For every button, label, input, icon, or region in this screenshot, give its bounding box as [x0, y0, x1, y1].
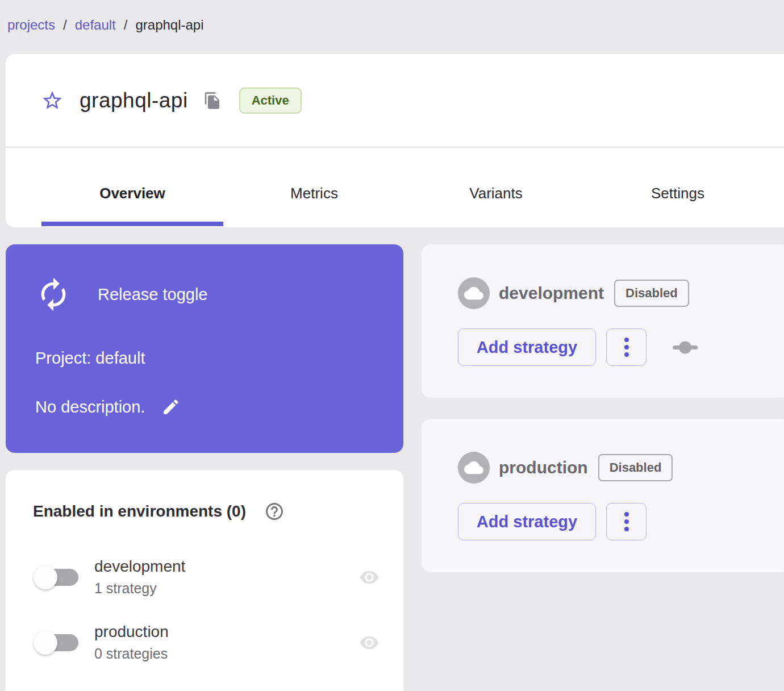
environment-card-header: development Disabled [458, 277, 689, 309]
environment-status-badge: Disabled [598, 454, 673, 481]
environment-status-badge: Disabled [614, 280, 689, 307]
breadcrumb-link-projects[interactable]: projects [7, 17, 55, 33]
kebab-dot [624, 519, 629, 524]
feature-header-card: graphql-api Active Overview Metrics Vari… [6, 54, 784, 227]
eye-icon [356, 632, 383, 653]
description-text: No description. [35, 398, 145, 417]
cloud-icon [464, 284, 483, 303]
add-strategy-button[interactable]: Add strategy [458, 503, 596, 540]
environment-row-production: production 0 strategies [31, 615, 383, 669]
enabled-environments-panel: Enabled in environments (0) development … [6, 470, 403, 691]
help-icon[interactable] [264, 501, 285, 522]
feature-header-row: graphql-api Active [6, 54, 784, 147]
toggle-type-label: Release toggle [98, 285, 207, 304]
project-label: Project: default [35, 349, 145, 368]
enabled-environments-header: Enabled in environments (0) [33, 501, 285, 522]
kebab-dot [624, 345, 629, 349]
eye-icon [356, 567, 383, 588]
breadcrumb: projects / default / graphql-api [7, 17, 204, 33]
rollout-strategy-icon [672, 340, 699, 355]
environment-strategy-count: 0 strategies [94, 646, 169, 662]
feature-toggle-page: projects / default / graphql-api graphql… [0, 0, 784, 691]
environment-card-controls: Add strategy [458, 503, 647, 540]
environment-avatar [458, 452, 490, 484]
kebab-dot [624, 338, 629, 342]
toggle-switch-development[interactable] [37, 569, 78, 586]
toggle-type-row: Release toggle [35, 276, 207, 313]
breadcrumb-separator: / [63, 17, 67, 33]
more-options-button[interactable] [606, 328, 647, 366]
environment-row-text: production 0 strategies [94, 623, 169, 662]
more-options-button[interactable] [606, 503, 647, 540]
environment-strategy-count: 1 strategy [94, 580, 185, 597]
switch-thumb [34, 565, 57, 589]
edit-description-icon[interactable] [161, 397, 181, 417]
breadcrumb-separator: / [124, 17, 128, 33]
description-row: No description. [35, 397, 181, 417]
kebab-dot [624, 512, 629, 517]
switch-thumb [34, 631, 57, 655]
kebab-dot [624, 527, 629, 531]
add-strategy-button[interactable]: Add strategy [458, 328, 596, 366]
environment-name: production [94, 623, 169, 641]
enabled-environments-title: Enabled in environments (0) [33, 502, 246, 521]
environment-card-header: production Disabled [458, 452, 673, 484]
environment-row-text: development 1 strategy [94, 557, 185, 597]
environment-card-production: production Disabled Add strategy [422, 419, 784, 572]
environment-card-name: production [499, 458, 588, 477]
breadcrumb-link-default[interactable]: default [75, 17, 116, 33]
favorite-star-icon[interactable] [41, 89, 64, 112]
status-badge: Active [239, 88, 302, 114]
release-toggle-icon [35, 276, 72, 313]
environment-card-name: development [499, 284, 604, 303]
environment-card-development: development Disabled Add strategy [422, 244, 784, 398]
copy-icon[interactable] [203, 91, 222, 110]
environment-name: development [94, 557, 185, 576]
page-title: graphql-api [80, 89, 188, 113]
kebab-dot [624, 352, 629, 357]
environment-row-development: development 1 strategy [31, 550, 383, 604]
breadcrumb-current: graphql-api [135, 17, 203, 33]
toggle-type-card: Release toggle Project: default No descr… [6, 244, 403, 453]
toggle-switch-production[interactable] [37, 634, 78, 651]
environment-card-controls: Add strategy [458, 328, 699, 366]
cloud-icon [464, 458, 483, 477]
environment-avatar [458, 277, 490, 309]
active-tab-indicator [41, 222, 223, 226]
